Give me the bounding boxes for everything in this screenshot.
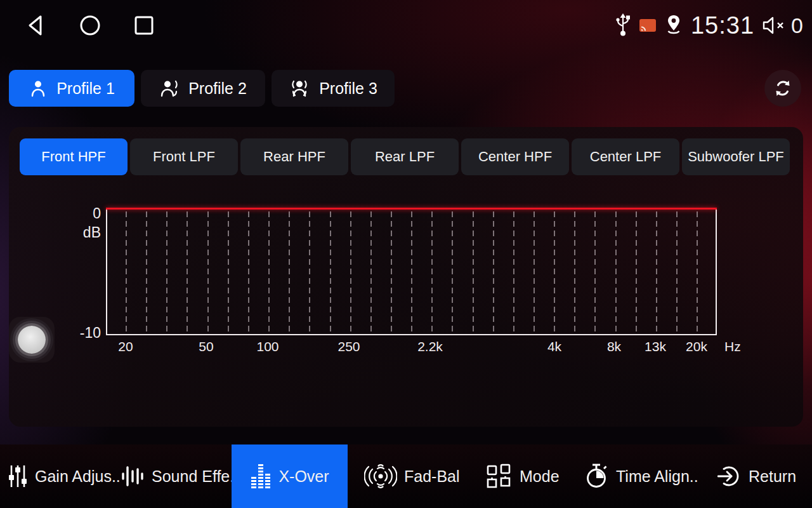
profile-label: Profile 1 xyxy=(56,79,115,98)
x-tick-label: 250 xyxy=(337,339,360,354)
usb-icon xyxy=(615,13,631,37)
y-axis-label-min10: -10 xyxy=(80,324,101,342)
nav-xover[interactable]: X-Over xyxy=(232,444,348,508)
gridline xyxy=(513,211,514,331)
gridline xyxy=(166,211,167,331)
time-align-icon xyxy=(585,463,609,490)
y-axis-unit-db: dB xyxy=(83,224,101,241)
x-tick-label: 100 xyxy=(256,339,278,354)
x-tick-label: 8k xyxy=(607,339,621,354)
x-tick-label: 50 xyxy=(199,339,213,354)
y-axis-label-0: 0 xyxy=(93,205,101,222)
gridline xyxy=(697,211,698,331)
cast-icon xyxy=(639,18,657,33)
gridline xyxy=(473,211,474,331)
tab-subwoofer-lpf[interactable]: Subwoofer LPF xyxy=(682,138,790,175)
gridline xyxy=(534,211,535,331)
tab-rear-lpf[interactable]: Rear LPF xyxy=(351,138,459,175)
x-tick-label: 2.2k xyxy=(417,339,443,354)
gridline xyxy=(187,211,188,331)
tab-front-lpf[interactable]: Front LPF xyxy=(130,138,238,175)
nav-time-align[interactable]: Time Align.. xyxy=(585,444,698,508)
gridline xyxy=(391,211,392,331)
mode-grid-icon xyxy=(486,463,513,490)
gridline xyxy=(309,211,310,331)
x-tick-label: 20k xyxy=(686,339,707,354)
nav-label: Fad-Bal xyxy=(404,467,460,486)
nav-mode[interactable]: Mode xyxy=(486,444,560,508)
person-icon xyxy=(29,79,48,98)
nav-return[interactable]: Return xyxy=(717,444,796,508)
gridline xyxy=(411,211,412,331)
plot-area: 0 dB -10 20501002502.2k4k8k13k20k Hz xyxy=(106,208,717,335)
bottom-nav: Gain Adjus.. Sound Effe.. xyxy=(0,444,812,508)
status-bar: 15:31 0 xyxy=(0,0,812,51)
tab-profile-1[interactable]: Profile 1 xyxy=(9,70,134,107)
gain-sliders-icon xyxy=(8,464,28,489)
location-icon xyxy=(664,14,683,37)
gridline xyxy=(289,211,290,331)
gridline xyxy=(126,211,127,331)
android-home-button[interactable] xyxy=(79,14,102,37)
nav-label: Time Align.. xyxy=(616,467,698,486)
gridline xyxy=(370,211,372,331)
xover-eq-icon xyxy=(250,463,272,490)
gridline xyxy=(452,211,453,331)
profile-label: Profile 2 xyxy=(188,79,247,98)
android-back-button[interactable] xyxy=(25,14,47,37)
nav-label: Sound Effe.. xyxy=(152,467,239,486)
tab-profile-3[interactable]: Profile 3 xyxy=(272,70,395,107)
gridline xyxy=(615,211,617,331)
gridline xyxy=(656,211,657,331)
profile-label: Profile 3 xyxy=(319,79,377,98)
refresh-button[interactable] xyxy=(764,70,801,107)
gridline xyxy=(493,211,494,331)
gridline xyxy=(330,211,331,331)
tab-front-hpf[interactable]: Front HPF xyxy=(20,138,128,175)
gridline xyxy=(228,211,229,331)
gridline xyxy=(431,211,433,331)
gridline xyxy=(350,211,351,331)
x-tick-label: 4k xyxy=(547,339,561,354)
x-axis-ticks: 20501002502.2k4k8k13k20k xyxy=(107,334,716,353)
nav-label: X-Over xyxy=(278,467,329,486)
xover-panel: Front HPF Front LPF Rear HPF Rear LPF Ce… xyxy=(9,127,803,427)
nav-label: Return xyxy=(749,467,796,486)
refresh-icon xyxy=(773,78,793,98)
clock: 15:31 xyxy=(691,12,754,39)
x-tick-label: 20 xyxy=(118,339,133,354)
gridline xyxy=(676,211,678,331)
knob-ball xyxy=(18,326,46,354)
floating-volume-knob[interactable] xyxy=(9,317,55,363)
gridline xyxy=(146,211,147,331)
tab-center-lpf[interactable]: Center LPF xyxy=(572,138,679,175)
x-tick-label: 13k xyxy=(645,339,666,354)
gridline xyxy=(574,211,575,331)
return-icon xyxy=(717,464,742,488)
gridline xyxy=(554,211,555,331)
gridline xyxy=(207,211,209,331)
gridline xyxy=(636,211,637,331)
gridline xyxy=(268,211,270,331)
volume-muted-icon xyxy=(762,15,787,36)
person-wave-icon xyxy=(159,79,180,98)
nav-label: Mode xyxy=(520,467,560,486)
fader-balance-icon xyxy=(364,463,397,490)
nav-fad-bal[interactable]: Fad-Bal xyxy=(364,444,460,508)
android-recents-button[interactable] xyxy=(133,14,155,37)
gridline xyxy=(248,211,249,331)
tab-center-hpf[interactable]: Center HPF xyxy=(461,138,569,175)
nav-gain-adjust[interactable]: Gain Adjus.. xyxy=(8,444,121,508)
nav-label: Gain Adjus.. xyxy=(35,467,121,486)
tab-rear-hpf[interactable]: Rear HPF xyxy=(240,138,348,175)
tab-profile-2[interactable]: Profile 2 xyxy=(141,70,265,107)
volume-value: 0 xyxy=(791,13,803,38)
x-axis-unit-hz: Hz xyxy=(724,339,741,354)
sound-effect-icon xyxy=(121,464,145,489)
nav-sound-effect[interactable]: Sound Effe.. xyxy=(121,444,239,508)
person-waves-icon xyxy=(289,79,310,98)
gridline xyxy=(594,211,596,331)
response-curve xyxy=(106,208,717,210)
